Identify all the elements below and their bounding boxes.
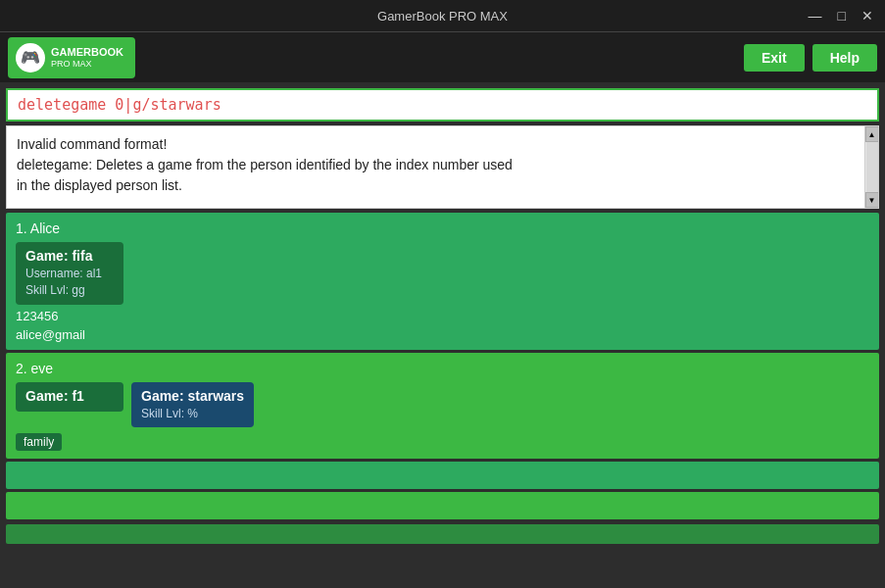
eve-game-f1-title: Game: f1	[25, 388, 114, 404]
eve-game-f1: Game: f1	[16, 382, 123, 412]
output-line3: in the displayed person list.	[17, 175, 868, 196]
alice-game-fifa-username: Username: al1	[25, 266, 114, 282]
scroll-down-button[interactable]: ▼	[865, 192, 879, 208]
alice-phone: 123456	[16, 309, 869, 323]
person-row-empty-1	[6, 462, 879, 489]
eve-games-row: Game: f1 Game: starwars Skill Lvl: %	[16, 382, 869, 428]
window-title: GamerBook PRO MAX	[377, 9, 508, 24]
output-text: Invalid command format! deletegame: Dele…	[7, 126, 878, 204]
eve-game-starwars-title: Game: starwars	[141, 388, 244, 404]
help-button[interactable]: Help	[812, 44, 877, 72]
person-row-empty-2	[6, 492, 879, 519]
exit-button[interactable]: Exit	[744, 44, 805, 72]
output-line2: deletegame: Deletes a game from the pers…	[17, 155, 868, 175]
logo-area: 🎮 GAMERBOOK PRO MAX	[8, 37, 135, 78]
alice-game-fifa-title: Game: fifa	[25, 248, 114, 264]
person-alice-label: 1. Alice	[16, 220, 869, 236]
output-line1: Invalid command format!	[17, 134, 868, 155]
logo-sub: PRO MAX	[51, 59, 123, 69]
titlebar: GamerBook PRO MAX — □ ✕	[0, 0, 885, 31]
maximize-button[interactable]: □	[834, 9, 850, 23]
status-text	[6, 526, 18, 542]
eve-game-starwars-skill: Skill Lvl: %	[141, 406, 244, 422]
logo-icon: 🎮	[16, 43, 45, 73]
scroll-track	[866, 142, 878, 192]
logo-box: 🎮 GAMERBOOK PRO MAX	[8, 37, 135, 78]
person-list: 1. Alice Game: fifa Username: al1 Skill …	[6, 213, 879, 522]
command-input[interactable]	[6, 88, 879, 122]
header-buttons: Exit Help	[744, 44, 877, 72]
logo-name: GAMERBOOK	[51, 46, 123, 59]
output-container: Invalid command format! deletegame: Dele…	[6, 125, 879, 209]
scrollbar[interactable]: ▲ ▼	[864, 126, 878, 208]
status-bar	[6, 524, 879, 544]
eve-family-tag: family	[16, 433, 62, 451]
scroll-up-button[interactable]: ▲	[865, 126, 879, 142]
alice-games-row: Game: fifa Username: al1 Skill Lvl: gg	[16, 242, 869, 305]
logo-text: GAMERBOOK PRO MAX	[51, 46, 123, 69]
person-row-eve: 2. eve Game: f1 Game: starwars Skill Lvl…	[6, 353, 879, 460]
window-controls[interactable]: — □ ✕	[805, 9, 877, 23]
alice-game-fifa: Game: fifa Username: al1 Skill Lvl: gg	[16, 242, 123, 305]
person-eve-label: 2. eve	[16, 361, 869, 376]
minimize-button[interactable]: —	[805, 9, 826, 23]
alice-game-fifa-skill: Skill Lvl: gg	[25, 282, 114, 299]
eve-game-starwars: Game: starwars Skill Lvl: %	[131, 382, 254, 428]
person-row-alice: 1. Alice Game: fifa Username: al1 Skill …	[6, 213, 879, 350]
close-button[interactable]: ✕	[858, 9, 877, 23]
header: 🎮 GAMERBOOK PRO MAX Exit Help	[0, 31, 885, 82]
alice-email: alice@gmail	[16, 327, 869, 342]
